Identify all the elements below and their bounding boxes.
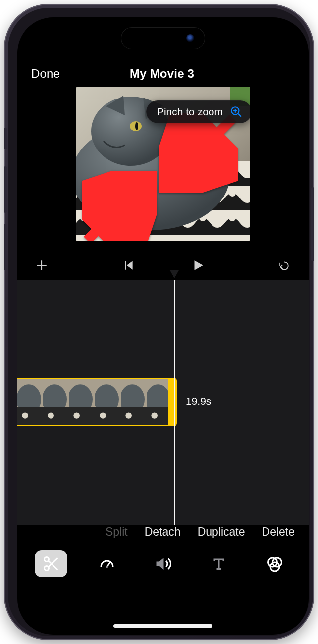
clip-trim-handle-right[interactable] bbox=[168, 378, 177, 426]
svg-point-39 bbox=[45, 557, 49, 562]
editor-tabs bbox=[17, 546, 309, 581]
svg-rect-21 bbox=[43, 407, 69, 425]
detach-button[interactable]: Detach bbox=[145, 525, 181, 539]
svg-point-30 bbox=[100, 412, 106, 418]
zoom-in-icon bbox=[230, 105, 243, 118]
svg-point-34 bbox=[125, 412, 132, 418]
svg-point-38 bbox=[151, 412, 158, 418]
svg-rect-33 bbox=[121, 407, 147, 425]
home-indicator[interactable] bbox=[113, 624, 212, 628]
svg-line-9 bbox=[178, 118, 233, 173]
svg-point-26 bbox=[74, 412, 80, 418]
filters-icon bbox=[266, 555, 284, 573]
delete-button[interactable]: Delete bbox=[262, 525, 295, 539]
scissors-icon bbox=[42, 555, 60, 573]
tab-actions[interactable] bbox=[35, 550, 67, 577]
center-controls bbox=[116, 255, 210, 276]
clip-actions: Split Detach Duplicate Delete bbox=[17, 525, 309, 542]
svg-point-22 bbox=[48, 412, 54, 418]
screen: Done My Movie 3 bbox=[17, 17, 309, 635]
timeline[interactable]: 19.9s bbox=[17, 280, 309, 525]
dynamic-island bbox=[121, 27, 205, 49]
undo-icon bbox=[278, 259, 291, 272]
side-button-volume-down bbox=[4, 224, 7, 270]
side-button-power bbox=[311, 187, 314, 261]
add-media-button[interactable] bbox=[29, 255, 54, 276]
skip-back-icon bbox=[122, 259, 135, 272]
pinch-arrow-in bbox=[159, 113, 238, 193]
svg-point-40 bbox=[45, 566, 49, 571]
svg-point-42 bbox=[106, 566, 108, 568]
device-frame: Done My Movie 3 bbox=[4, 4, 314, 640]
side-button-silence bbox=[4, 128, 7, 149]
done-button[interactable]: Done bbox=[29, 64, 62, 84]
speaker-icon bbox=[154, 555, 172, 573]
go-to-start-button[interactable] bbox=[116, 255, 141, 276]
project-title: My Movie 3 bbox=[130, 67, 194, 81]
undo-button[interactable] bbox=[272, 255, 297, 276]
svg-rect-17 bbox=[17, 407, 43, 425]
clip-duration-label: 19.9s bbox=[186, 396, 211, 407]
duplicate-button[interactable]: Duplicate bbox=[198, 525, 245, 539]
svg-point-18 bbox=[22, 412, 28, 418]
selected-clip[interactable] bbox=[17, 378, 174, 426]
text-icon bbox=[210, 555, 228, 573]
speedometer-icon bbox=[98, 555, 116, 573]
svg-line-10 bbox=[87, 191, 137, 240]
tab-speed[interactable] bbox=[91, 550, 123, 577]
pinch-arrow-out bbox=[82, 171, 157, 241]
play-icon bbox=[191, 259, 204, 272]
tooltip-label: Pinch to zoom bbox=[157, 106, 223, 118]
tab-volume[interactable] bbox=[147, 550, 179, 577]
plus-icon bbox=[35, 259, 48, 272]
svg-rect-29 bbox=[95, 407, 121, 425]
tab-titles[interactable] bbox=[203, 550, 235, 577]
svg-line-12 bbox=[238, 114, 241, 117]
split-button: Split bbox=[106, 525, 128, 539]
video-preview[interactable]: Pinch to zoom bbox=[76, 87, 250, 241]
side-button-volume-up bbox=[4, 166, 7, 213]
playhead-line[interactable] bbox=[174, 280, 175, 525]
play-button[interactable] bbox=[185, 255, 210, 276]
svg-point-8 bbox=[135, 122, 138, 130]
tab-filters[interactable] bbox=[259, 550, 291, 577]
svg-rect-25 bbox=[69, 407, 95, 425]
transport-controls bbox=[17, 246, 309, 276]
pinch-zoom-tooltip: Pinch to zoom bbox=[146, 100, 250, 123]
